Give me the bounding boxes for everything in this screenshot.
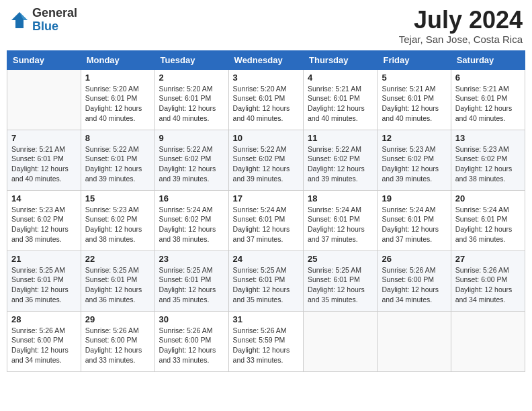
day-number: 28 (11, 314, 77, 324)
calendar-table: SundayMondayTuesdayWednesdayThursdayFrid… (7, 50, 525, 372)
location: Tejar, San Jose, Costa Rica (399, 34, 523, 45)
day-info: Sunrise: 5:23 AMSunset: 6:02 PMDaylight:… (455, 144, 521, 184)
day-number: 6 (455, 73, 521, 83)
weekday-header: Wednesday (228, 50, 303, 69)
day-info: Sunrise: 5:25 AMSunset: 6:01 PMDaylight:… (308, 265, 373, 305)
weekday-header: Saturday (451, 50, 525, 69)
day-number: 23 (159, 254, 224, 264)
day-number: 13 (455, 133, 521, 143)
calendar-cell: 6Sunrise: 5:21 AMSunset: 6:01 PMDaylight… (451, 69, 525, 130)
day-number: 21 (11, 254, 77, 264)
day-info: Sunrise: 5:26 AMSunset: 6:00 PMDaylight:… (159, 326, 224, 365)
calendar-cell: 18Sunrise: 5:24 AMSunset: 6:01 PMDayligh… (304, 190, 378, 250)
day-number: 8 (85, 133, 150, 143)
day-number: 26 (382, 254, 446, 264)
day-number: 5 (382, 73, 446, 83)
calendar-cell: 14Sunrise: 5:23 AMSunset: 6:02 PMDayligh… (7, 190, 81, 250)
day-info: Sunrise: 5:22 AMSunset: 6:01 PMDaylight:… (85, 144, 150, 184)
calendar-cell: 30Sunrise: 5:26 AMSunset: 6:00 PMDayligh… (154, 311, 228, 371)
calendar-week-row: 21Sunrise: 5:25 AMSunset: 6:01 PMDayligh… (7, 250, 525, 311)
calendar-cell: 9Sunrise: 5:22 AMSunset: 6:02 PMDaylight… (154, 130, 228, 190)
calendar-cell: 21Sunrise: 5:25 AMSunset: 6:01 PMDayligh… (7, 250, 81, 311)
calendar-cell: 26Sunrise: 5:26 AMSunset: 6:00 PMDayligh… (378, 250, 451, 311)
calendar-cell: 5Sunrise: 5:21 AMSunset: 6:01 PMDaylight… (378, 69, 451, 130)
month-year: July 2024 (399, 7, 523, 34)
calendar-cell: 11Sunrise: 5:22 AMSunset: 6:02 PMDayligh… (304, 130, 378, 190)
logo-general: General (32, 7, 77, 20)
day-info: Sunrise: 5:24 AMSunset: 6:01 PMDaylight:… (233, 205, 299, 244)
day-info: Sunrise: 5:21 AMSunset: 6:01 PMDaylight:… (455, 84, 521, 124)
calendar-cell: 28Sunrise: 5:26 AMSunset: 6:00 PMDayligh… (7, 311, 81, 371)
calendar-cell: 17Sunrise: 5:24 AMSunset: 6:01 PMDayligh… (228, 190, 303, 250)
day-number: 15 (85, 193, 150, 203)
weekday-header: Thursday (304, 50, 378, 69)
calendar-week-row: 1Sunrise: 5:20 AMSunset: 6:01 PMDaylight… (7, 69, 525, 130)
calendar-week-row: 14Sunrise: 5:23 AMSunset: 6:02 PMDayligh… (7, 190, 525, 250)
calendar-cell: 16Sunrise: 5:24 AMSunset: 6:02 PMDayligh… (154, 190, 228, 250)
calendar-cell (378, 311, 451, 371)
weekday-header: Friday (378, 50, 451, 69)
calendar-week-row: 7Sunrise: 5:21 AMSunset: 6:01 PMDaylight… (7, 130, 525, 190)
day-info: Sunrise: 5:22 AMSunset: 6:02 PMDaylight:… (233, 144, 299, 184)
day-number: 7 (11, 133, 77, 143)
calendar-cell (304, 311, 378, 371)
day-number: 27 (455, 254, 521, 264)
day-info: Sunrise: 5:24 AMSunset: 6:01 PMDaylight:… (382, 205, 446, 244)
day-info: Sunrise: 5:20 AMSunset: 6:01 PMDaylight:… (85, 84, 150, 124)
logo-icon (9, 10, 30, 30)
day-info: Sunrise: 5:24 AMSunset: 6:01 PMDaylight:… (455, 205, 521, 244)
calendar-cell (451, 311, 525, 371)
day-number: 3 (233, 73, 299, 83)
calendar-cell: 1Sunrise: 5:20 AMSunset: 6:01 PMDaylight… (81, 69, 154, 130)
day-info: Sunrise: 5:23 AMSunset: 6:02 PMDaylight:… (11, 205, 77, 244)
logo: General Blue (9, 7, 77, 34)
calendar-cell: 15Sunrise: 5:23 AMSunset: 6:02 PMDayligh… (81, 190, 154, 250)
calendar-cell: 29Sunrise: 5:26 AMSunset: 6:00 PMDayligh… (81, 311, 154, 371)
day-number: 19 (382, 193, 446, 203)
calendar-cell: 12Sunrise: 5:23 AMSunset: 6:02 PMDayligh… (378, 130, 451, 190)
day-number: 18 (308, 193, 373, 203)
day-number: 11 (308, 133, 373, 143)
day-info: Sunrise: 5:26 AMSunset: 6:00 PMDaylight:… (382, 265, 446, 305)
day-info: Sunrise: 5:25 AMSunset: 6:01 PMDaylight:… (11, 265, 77, 305)
logo-blue: Blue (32, 20, 77, 34)
day-number: 14 (11, 193, 77, 203)
day-info: Sunrise: 5:26 AMSunset: 6:00 PMDaylight:… (455, 265, 521, 305)
calendar-cell (7, 69, 81, 130)
day-info: Sunrise: 5:23 AMSunset: 6:02 PMDaylight:… (382, 144, 446, 184)
title-section: July 2024 Tejar, San Jose, Costa Rica (399, 7, 523, 45)
day-info: Sunrise: 5:21 AMSunset: 6:01 PMDaylight:… (308, 84, 373, 124)
day-number: 9 (159, 133, 224, 143)
day-info: Sunrise: 5:25 AMSunset: 6:01 PMDaylight:… (85, 265, 150, 305)
day-number: 12 (382, 133, 446, 143)
calendar-cell: 3Sunrise: 5:20 AMSunset: 6:01 PMDaylight… (228, 69, 303, 130)
day-info: Sunrise: 5:20 AMSunset: 6:01 PMDaylight:… (159, 84, 224, 124)
day-number: 10 (233, 133, 299, 143)
day-info: Sunrise: 5:26 AMSunset: 6:00 PMDaylight:… (85, 326, 150, 365)
day-number: 31 (233, 314, 299, 324)
calendar-cell: 27Sunrise: 5:26 AMSunset: 6:00 PMDayligh… (451, 250, 525, 311)
calendar-week-row: 28Sunrise: 5:26 AMSunset: 6:00 PMDayligh… (7, 311, 525, 371)
day-info: Sunrise: 5:21 AMSunset: 6:01 PMDaylight:… (382, 84, 446, 124)
day-info: Sunrise: 5:26 AMSunset: 6:00 PMDaylight:… (11, 326, 77, 365)
day-number: 2 (159, 73, 224, 83)
day-info: Sunrise: 5:21 AMSunset: 6:01 PMDaylight:… (11, 144, 77, 184)
calendar-cell: 4Sunrise: 5:21 AMSunset: 6:01 PMDaylight… (304, 69, 378, 130)
day-info: Sunrise: 5:24 AMSunset: 6:02 PMDaylight:… (159, 205, 224, 244)
calendar-cell: 8Sunrise: 5:22 AMSunset: 6:01 PMDaylight… (81, 130, 154, 190)
day-info: Sunrise: 5:22 AMSunset: 6:02 PMDaylight:… (308, 144, 373, 184)
day-number: 17 (233, 193, 299, 203)
calendar-cell: 10Sunrise: 5:22 AMSunset: 6:02 PMDayligh… (228, 130, 303, 190)
weekday-header: Monday (81, 50, 154, 69)
day-number: 22 (85, 254, 150, 264)
calendar-cell: 22Sunrise: 5:25 AMSunset: 6:01 PMDayligh… (81, 250, 154, 311)
day-number: 20 (455, 193, 521, 203)
calendar-cell: 23Sunrise: 5:25 AMSunset: 6:01 PMDayligh… (154, 250, 228, 311)
day-info: Sunrise: 5:25 AMSunset: 6:01 PMDaylight:… (233, 265, 299, 305)
day-number: 1 (85, 73, 150, 83)
calendar-cell: 7Sunrise: 5:21 AMSunset: 6:01 PMDaylight… (7, 130, 81, 190)
day-info: Sunrise: 5:22 AMSunset: 6:02 PMDaylight:… (159, 144, 224, 184)
day-info: Sunrise: 5:24 AMSunset: 6:01 PMDaylight:… (308, 205, 373, 244)
day-number: 16 (159, 193, 224, 203)
day-number: 29 (85, 314, 150, 324)
